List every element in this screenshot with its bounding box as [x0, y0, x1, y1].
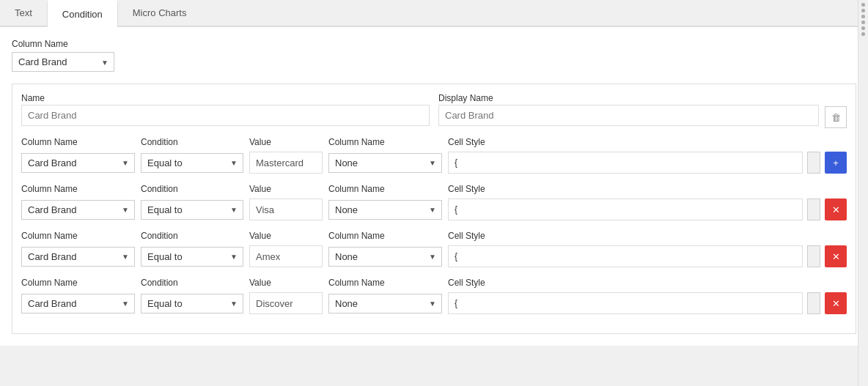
row-value-input[interactable] — [249, 292, 323, 314]
row-condition-select-wrapper: Equal to — [141, 247, 243, 267]
condition-row: Column Name Condition Value Column Name … — [21, 184, 847, 220]
display-name-label: Display Name — [438, 93, 819, 103]
code-button[interactable] — [807, 198, 820, 220]
condition-row: Column Name Condition Value Column Name … — [21, 137, 847, 174]
row-condition-select-wrapper: Equal to — [141, 200, 243, 220]
col-name-label: Column Name — [21, 278, 135, 288]
value-label: Value — [249, 137, 323, 147]
col-name2-label: Column Name — [328, 231, 442, 241]
cell-style-label: Cell Style — [448, 137, 847, 147]
col-name2-label: Column Name — [328, 184, 442, 194]
col-name-label: Column Name — [21, 184, 135, 194]
value-label: Value — [249, 184, 323, 194]
row-col-name-select-wrapper: Card Brand — [21, 200, 135, 220]
row-col-name2-select-wrapper: None — [328, 247, 442, 267]
code-button[interactable] — [807, 292, 820, 314]
name-input[interactable] — [21, 105, 430, 126]
row-cell-style-input[interactable] — [448, 198, 803, 220]
row-value-input[interactable] — [249, 245, 323, 267]
row-condition-select-wrapper: Equal to — [141, 153, 243, 173]
condition-label: Condition — [141, 231, 243, 241]
remove-row-button[interactable]: ✕ — [825, 292, 847, 314]
row-col-name2-select[interactable]: None — [328, 153, 442, 173]
display-name-input-wrap: Display Name — [438, 93, 819, 126]
tab-condition[interactable]: Condition — [47, 0, 118, 27]
card-panel: Name Display Name 🗑 Column Name — [12, 83, 856, 334]
scroll-dot — [861, 3, 865, 7]
remove-icon: ✕ — [832, 204, 840, 215]
code-button[interactable] — [807, 245, 820, 267]
condition-label: Condition — [141, 137, 243, 147]
row-col-name2-select[interactable]: None — [328, 294, 442, 313]
condition-row: Column Name Condition Value Column Name … — [21, 278, 847, 314]
code-button[interactable] — [807, 152, 820, 174]
column-name-select[interactable]: Card Brand Other — [12, 52, 114, 72]
scrollbar[interactable] — [858, 0, 868, 386]
scroll-dot — [861, 26, 865, 30]
col-name-label: Column Name — [21, 137, 135, 147]
row-col-name2-select-wrapper: None — [328, 294, 442, 313]
value-label: Value — [249, 278, 323, 288]
condition-label: Condition — [141, 278, 243, 288]
row-value-input[interactable] — [249, 198, 323, 220]
row-cell-style-input[interactable] — [448, 245, 803, 267]
display-name-section: Display Name 🗑 — [438, 93, 847, 128]
row-col-name-select-wrapper: Card Brand — [21, 247, 135, 267]
remove-icon: ✕ — [832, 298, 840, 309]
value-label: Value — [249, 231, 323, 241]
cell-style-label: Cell Style — [448, 231, 847, 241]
row-col-name-select-wrapper: Card Brand — [21, 153, 135, 173]
row-col-name-select-wrapper: Card Brand — [21, 294, 135, 313]
display-name-input[interactable] — [438, 105, 819, 126]
main-panel: Column Name Card Brand Other Name Displa… — [0, 27, 868, 346]
column-name-select-wrapper: Card Brand Other — [12, 52, 114, 72]
row-col-name-select[interactable]: Card Brand — [21, 200, 135, 220]
add-icon: + — [833, 157, 839, 168]
row-cell-style-input[interactable] — [448, 152, 803, 174]
row-col-name-select[interactable]: Card Brand — [21, 294, 135, 313]
column-name-section: Column Name Card Brand Other — [12, 39, 856, 72]
scroll-dot — [861, 32, 865, 36]
row-cell-style-input[interactable] — [448, 292, 803, 314]
remove-row-button[interactable]: ✕ — [825, 198, 847, 220]
row-col-name2-select[interactable]: None — [328, 247, 442, 267]
condition-label: Condition — [141, 184, 243, 194]
row-col-name2-select[interactable]: None — [328, 200, 442, 220]
col-name-label: Column Name — [21, 231, 135, 241]
cell-style-label: Cell Style — [448, 184, 847, 194]
condition-row: Column Name Condition Value Column Name … — [21, 231, 847, 267]
scroll-dot — [861, 21, 865, 24]
row-condition-select[interactable]: Equal to — [141, 200, 243, 220]
row-condition-select-wrapper: Equal to — [141, 294, 243, 313]
cell-style-label: Cell Style — [448, 278, 847, 288]
row-col-name-select[interactable]: Card Brand — [21, 247, 135, 267]
remove-icon: ✕ — [832, 251, 840, 262]
row-col-name2-select-wrapper: None — [328, 153, 442, 173]
row-col-name-select[interactable]: Card Brand — [21, 153, 135, 173]
delete-icon: 🗑 — [831, 112, 841, 123]
column-name-label: Column Name — [12, 39, 856, 49]
tab-micro-charts[interactable]: Micro Charts — [118, 0, 202, 26]
remove-row-button[interactable]: ✕ — [825, 245, 847, 267]
row-condition-select[interactable]: Equal to — [141, 294, 243, 313]
col-name2-label: Column Name — [328, 278, 442, 288]
add-row-button[interactable]: + — [825, 152, 847, 174]
row-condition-select[interactable]: Equal to — [141, 247, 243, 267]
scroll-dot — [861, 9, 865, 12]
tab-text[interactable]: Text — [0, 0, 47, 26]
row-condition-select[interactable]: Equal to — [141, 153, 243, 173]
row-col-name2-select-wrapper: None — [328, 200, 442, 220]
name-label: Name — [21, 93, 430, 103]
scroll-dot — [861, 15, 865, 18]
name-section: Name — [21, 93, 430, 126]
tabs-bar: Text Condition Micro Charts — [0, 0, 868, 27]
row-value-input[interactable] — [249, 152, 323, 174]
condition-rows-container: Column Name Condition Value Column Name … — [21, 137, 847, 314]
name-display-row: Name Display Name 🗑 — [21, 93, 847, 128]
col-name2-label: Column Name — [328, 137, 442, 147]
delete-card-button[interactable]: 🗑 — [825, 106, 847, 128]
